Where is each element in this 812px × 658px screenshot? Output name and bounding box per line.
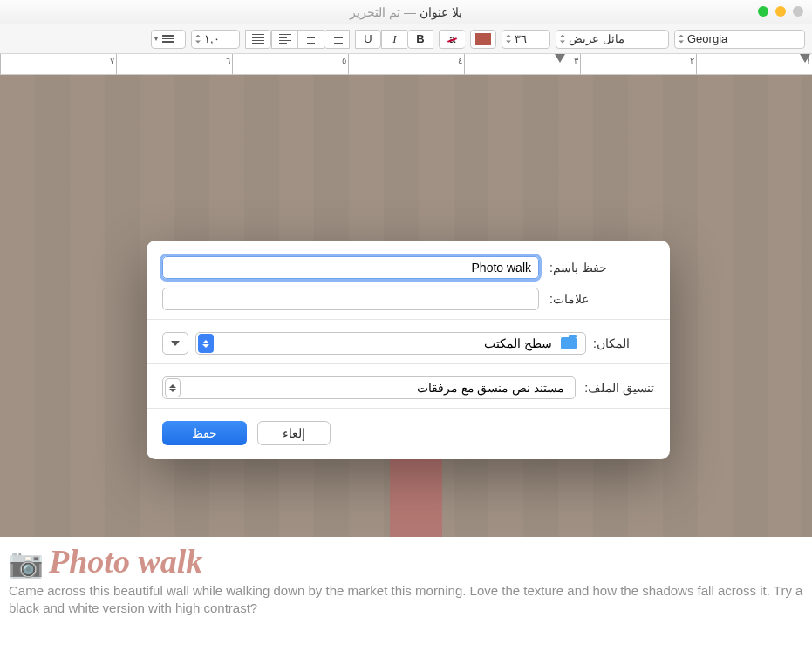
document-text[interactable]: 📷 Photo walk Came across this beautiful … <box>0 537 812 618</box>
align-justify-button[interactable] <box>245 30 271 49</box>
font-style-select[interactable]: مائل عريض <box>556 30 669 49</box>
location-select[interactable]: سطح المكتب <box>195 332 586 355</box>
bold-button[interactable]: B <box>407 30 433 49</box>
save-as-input[interactable] <box>162 256 539 279</box>
clear-style-icon: a <box>449 32 455 45</box>
file-format-select[interactable]: مستند نص منسق مع مرفقات <box>162 376 576 399</box>
folder-icon <box>561 337 577 349</box>
list-style-button[interactable]: ▾ <box>151 30 186 49</box>
italic-button[interactable]: I <box>381 30 407 49</box>
align-right-icon <box>331 34 343 44</box>
text-style-group: U I B <box>355 30 433 49</box>
save-as-label: حفظ باسم: <box>549 261 654 275</box>
align-center-button[interactable] <box>297 30 324 49</box>
save-button[interactable]: حفظ <box>162 421 247 445</box>
align-center-icon <box>305 34 317 44</box>
font-family-select[interactable]: Georgia <box>674 30 805 49</box>
dialog-separator <box>147 408 670 409</box>
window-controls <box>758 6 803 17</box>
tags-input[interactable] <box>162 288 539 310</box>
align-left-icon <box>279 34 291 44</box>
app-window: بلا عنوان — تم التحرير Georgia مائل عريض… <box>0 0 812 658</box>
close-window-button[interactable] <box>793 6 803 17</box>
titlebar: بلا عنوان — تم التحرير <box>0 0 812 24</box>
text-color-button[interactable] <box>470 30 496 49</box>
align-left-button[interactable] <box>271 30 297 49</box>
location-value: سطح المكتب <box>214 336 556 350</box>
expand-location-button[interactable] <box>162 332 188 355</box>
ruler[interactable]: ١ ٢ ٣ ٤ ٥ ٦ ٧ <box>0 54 812 75</box>
document-body[interactable]: Came across this beautiful wall while wa… <box>9 582 803 618</box>
dialog-separator <box>147 319 670 320</box>
dialog-separator <box>147 363 670 364</box>
location-label: المكان: <box>593 336 654 350</box>
minimize-window-button[interactable] <box>775 6 786 17</box>
format-toolbar: Georgia مائل عريض ٣٦ a U I B ١,٠ ▾ <box>0 24 812 54</box>
list-icon <box>162 35 174 43</box>
document-area[interactable]: 📷 Photo walk Came across this beautiful … <box>0 75 812 658</box>
zoom-window-button[interactable] <box>758 6 768 17</box>
clear-style-button[interactable]: a <box>439 30 465 49</box>
line-spacing-select[interactable]: ١,٠ <box>191 30 240 49</box>
cancel-button[interactable]: إلغاء <box>257 421 331 445</box>
updown-stepper-icon <box>198 334 214 353</box>
font-size-select[interactable]: ٣٦ <box>502 30 550 49</box>
save-dialog: حفظ باسم: علامات: سطح المكتب المكان: <box>147 241 670 459</box>
alignment-group <box>245 30 350 49</box>
title-main: بلا عنوان <box>420 5 462 19</box>
color-swatch-icon <box>475 33 491 45</box>
window-title: بلا عنوان — تم التحرير <box>0 5 812 19</box>
file-format-label: تنسيق الملف: <box>584 381 654 395</box>
chevron-down-icon <box>171 341 180 346</box>
tags-label: علامات: <box>549 292 654 306</box>
updown-stepper-icon <box>165 378 181 397</box>
file-format-value: مستند نص منسق مع مرفقات <box>181 381 571 395</box>
align-justify-icon <box>252 34 264 44</box>
title-subtitle: — تم التحرير <box>350 5 420 19</box>
align-right-button[interactable] <box>324 30 350 49</box>
document-heading[interactable]: Photo walk <box>49 542 202 580</box>
underline-button[interactable]: U <box>355 30 381 49</box>
camera-emoji-icon: 📷 <box>9 546 44 580</box>
